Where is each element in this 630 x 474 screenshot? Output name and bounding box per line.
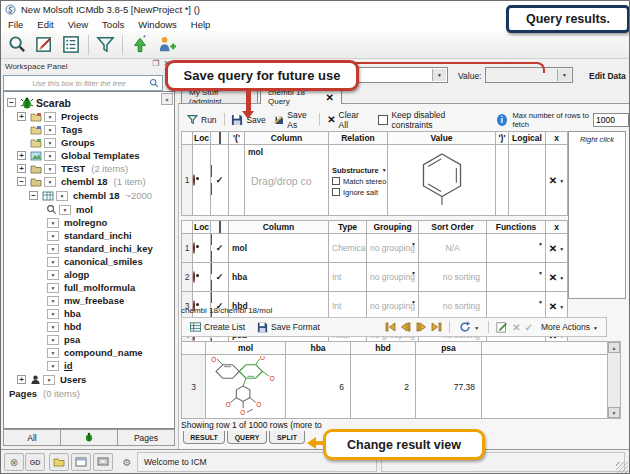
delete-constraint-icon[interactable] (549, 175, 557, 186)
loc-cell[interactable] (193, 263, 211, 292)
dropdown-icon[interactable] (43, 375, 55, 385)
checkbox-icon[interactable] (219, 221, 221, 233)
menu-help[interactable]: Help (184, 19, 218, 30)
tree-item-hbd[interactable]: hbd (45, 320, 81, 333)
tree-item-pages[interactable]: Pages (0 items) (7, 387, 80, 400)
menu-tools[interactable]: Tools (95, 19, 131, 30)
dropdown-icon[interactable] (47, 348, 59, 358)
tree-item-alogp[interactable]: alogp (45, 268, 89, 281)
delete-column-icon[interactable] (549, 243, 557, 254)
chevron-down-icon[interactable] (411, 296, 416, 306)
mol-cell[interactable]: O O O O O O (206, 355, 286, 419)
info-icon[interactable] (497, 114, 507, 126)
view-tab-result[interactable]: RESULT (183, 431, 225, 444)
scroll-down-icon[interactable]: ▼ (608, 407, 620, 418)
import-button[interactable] (126, 33, 153, 57)
tree-item-full-molformula[interactable]: full_molformula (45, 281, 135, 294)
dropdown-icon[interactable] (59, 205, 71, 215)
relation-value[interactable]: Substructure (332, 165, 379, 176)
dropdown-icon[interactable] (44, 177, 56, 187)
edit-query-button[interactable] (31, 33, 58, 57)
enable-cell[interactable] (211, 234, 229, 263)
loc-target-icon[interactable] (193, 174, 195, 186)
menu-view[interactable]: View (61, 19, 95, 30)
dropdown-icon[interactable] (47, 231, 59, 241)
tree-item-compound-name[interactable]: compound_name (45, 346, 143, 359)
functions-cell[interactable] (487, 263, 546, 292)
tree-item-canonical-smiles[interactable]: canonical_smiles (45, 255, 143, 268)
go-button[interactable]: GD (25, 453, 45, 471)
relation-cell[interactable]: Substructure Match stereo Ignore salt (329, 145, 388, 216)
stop-button[interactable]: ⊗ (4, 453, 24, 471)
functions-cell[interactable] (487, 234, 546, 263)
sort-cell[interactable]: no sorting (419, 263, 487, 292)
checkbox-icon[interactable] (219, 132, 221, 144)
chevron-down-icon[interactable] (559, 175, 564, 185)
checkbox-icon[interactable] (378, 115, 388, 125)
chevron-down-icon[interactable]: ▼ (557, 69, 571, 81)
menu-windows[interactable]: Windows (131, 19, 184, 30)
dropdown-icon[interactable] (47, 296, 59, 306)
edit-data-button[interactable]: Edit Data (589, 71, 626, 81)
loc-cell[interactable] (193, 145, 211, 216)
edit-row-icon[interactable] (496, 321, 508, 333)
dropdown-icon[interactable] (44, 112, 56, 122)
next-row-icon[interactable] (415, 322, 427, 332)
add-user-button[interactable] (153, 33, 180, 57)
dropdown-icon[interactable] (44, 138, 56, 148)
column-name[interactable]: mol (229, 234, 329, 263)
chevron-down-icon[interactable] (538, 238, 543, 248)
create-list-button[interactable]: Create List (186, 322, 249, 332)
collapse-icon[interactable] (7, 98, 16, 107)
grouping-cell[interactable]: no grouping (367, 234, 419, 263)
dropdown-icon[interactable] (44, 164, 56, 174)
chevron-down-icon[interactable] (411, 267, 416, 277)
sort-cell[interactable]: N/A (419, 234, 487, 263)
collapse-icon[interactable] (17, 177, 26, 186)
tree-item-users[interactable]: Users (17, 373, 86, 386)
save-as-button[interactable]: Save As (270, 110, 317, 130)
expand-icon[interactable] (17, 151, 26, 160)
tree-item-groups[interactable]: Groups (17, 136, 95, 149)
tree-item-hba[interactable]: hba (45, 307, 81, 320)
logical-cell[interactable] (509, 145, 546, 216)
match-stereo-label[interactable]: Match stereo (343, 176, 386, 187)
save-format-button[interactable]: Save Format (253, 322, 324, 333)
dropdown-icon[interactable] (47, 283, 59, 293)
column-cell[interactable]: mol Drag/drop co (245, 145, 329, 216)
fullscreen-button[interactable] (93, 453, 113, 471)
view-tab-split[interactable]: SPLIT (269, 431, 305, 444)
enable-cell[interactable] (211, 263, 229, 292)
filter-button[interactable] (92, 33, 119, 57)
dropdown-icon[interactable] (56, 191, 68, 201)
max-rows-input[interactable] (593, 113, 629, 127)
tree-item-projects[interactable]: Projects (17, 110, 99, 123)
tree-item-mol[interactable]: mol (45, 203, 93, 216)
tree-item-standard-inchi-key[interactable]: standard_inchi_key (45, 242, 153, 255)
more-actions-button[interactable]: More Actions (537, 322, 602, 332)
tab-all[interactable]: All (3, 429, 61, 446)
chevron-down-icon[interactable] (411, 238, 416, 248)
view-tab-query[interactable]: QUERY (227, 431, 267, 444)
tree-item-molregno[interactable]: molregno (45, 216, 107, 229)
run-button[interactable]: Run (183, 114, 221, 125)
search-button[interactable] (4, 33, 31, 57)
dropdown-icon[interactable] (47, 270, 59, 280)
scroll-up-icon[interactable]: ▲ (608, 342, 620, 353)
clear-all-button[interactable]: Clear All (323, 110, 366, 130)
dock-icon[interactable]: ❐ (152, 59, 159, 68)
delete-row-icon[interactable] (512, 322, 520, 333)
close-paren-cell[interactable] (496, 145, 509, 216)
dropdown-icon[interactable] (47, 218, 59, 228)
column-name[interactable]: hba (229, 263, 329, 292)
checkbox-icon[interactable] (211, 263, 228, 292)
loc-target-icon[interactable] (193, 271, 195, 283)
enable-cell[interactable] (211, 145, 229, 216)
tree-item-tags[interactable]: Tags (17, 123, 82, 136)
last-row-icon[interactable] (430, 322, 442, 332)
tree-item-id[interactable]: id (45, 359, 72, 372)
dropdown-icon[interactable] (47, 257, 59, 267)
tree-scroll-up[interactable]: ▲ (161, 93, 173, 105)
dropdown-icon[interactable] (47, 335, 59, 345)
open-paren-cell[interactable] (229, 145, 245, 216)
